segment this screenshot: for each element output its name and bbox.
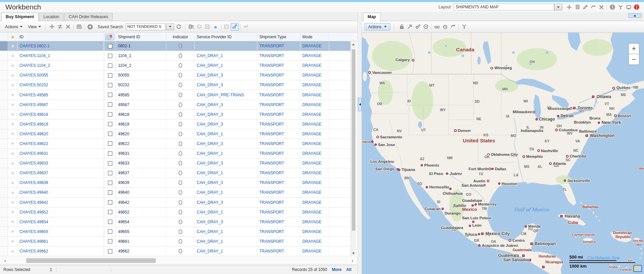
row-id-link[interactable]: CHAYES.49662 xyxy=(17,246,104,256)
row-check-cell[interactable] xyxy=(104,71,116,80)
horizontal-scroll-thumb[interactable] xyxy=(26,258,156,263)
row-selector[interactable] xyxy=(0,129,8,139)
glasses-icon-map[interactable] xyxy=(433,23,441,31)
row-service-provider-link[interactable]: CAH_DRAY_3 xyxy=(195,139,257,148)
scroll-right-icon[interactable]: › xyxy=(349,258,356,263)
row-selector[interactable] xyxy=(0,120,8,129)
row-star[interactable]: ★ xyxy=(8,129,17,139)
row-id-link[interactable]: CHAYES.49587 xyxy=(17,100,104,109)
row-id-link[interactable]: CHAYES.49640 xyxy=(17,188,104,197)
tab-map[interactable]: Map xyxy=(363,13,380,21)
row-checkbox[interactable] xyxy=(108,190,112,195)
table-row[interactable]: ★CHAYES.4965449654CAH_DRAY_3TRANSPORTDRA… xyxy=(0,217,350,227)
row-shipment-type-link[interactable]: TRANSPORT xyxy=(257,158,300,168)
table-row[interactable]: ★CHAYES.4958749587CAH_DRAY_3TRANSPORTDRA… xyxy=(0,100,350,110)
row-mode-link[interactable]: DRAYAGE xyxy=(300,80,329,90)
row-id-link[interactable]: CHAYES.49619 xyxy=(17,120,104,129)
row-id-link[interactable]: CHAYES.49585 xyxy=(17,90,104,99)
row-service-provider-link[interactable]: CAH_DRAY_1 xyxy=(195,208,257,217)
row-id-link[interactable]: CHAYES.49633 xyxy=(17,158,104,168)
row-check-cell[interactable] xyxy=(104,168,116,178)
delete-icon[interactable] xyxy=(597,3,605,11)
copy-icon[interactable] xyxy=(573,3,581,11)
row-id-link[interactable]: CHAYES.49639 xyxy=(17,178,104,187)
row-star[interactable]: ★ xyxy=(8,90,17,99)
row-star[interactable]: ★ xyxy=(8,227,17,236)
row-check-cell[interactable] xyxy=(104,246,116,256)
row-star[interactable]: ★ xyxy=(8,139,17,148)
map-actions-button[interactable]: Actions xyxy=(365,23,390,31)
show-on-map-button[interactable] xyxy=(105,34,114,40)
row-mode-link[interactable]: DRAYAGE xyxy=(300,178,329,187)
row-star-icon[interactable]: ★ xyxy=(11,122,15,127)
vertical-scrollbar[interactable] xyxy=(350,41,356,256)
row-star[interactable]: ★ xyxy=(8,61,17,70)
table-row[interactable]: ★CHAYES.4963949639CAH_DRAY_3TRANSPORTDRA… xyxy=(0,178,350,188)
row-star[interactable]: ★ xyxy=(8,51,17,60)
row-mode-link[interactable]: DRAYAGE xyxy=(300,100,329,109)
row-check-cell[interactable] xyxy=(104,41,116,51)
row-shipment-type-link[interactable]: TRANSPORT xyxy=(257,71,300,80)
history-icon-map[interactable] xyxy=(441,23,449,31)
collapse-panel-button[interactable] xyxy=(629,13,641,18)
row-selector[interactable] xyxy=(0,227,8,236)
row-selector[interactable] xyxy=(0,71,8,80)
row-star-icon[interactable]: ★ xyxy=(11,239,15,244)
row-star-icon[interactable]: ★ xyxy=(11,151,15,156)
row-service-provider-link[interactable]: CAH_DRAY_1 xyxy=(195,51,257,60)
row-checkbox[interactable] xyxy=(108,122,112,126)
row-checkbox[interactable] xyxy=(108,54,112,58)
table-row[interactable]: ★CHAYES.4962249622CAH_DRAY_3TRANSPORTDRA… xyxy=(0,139,350,149)
row-selector[interactable] xyxy=(0,110,8,119)
table-row[interactable]: ★CHAYES.4966149661CAH_DRAY_1TRANSPORTDRA… xyxy=(0,237,350,246)
scroll-left-icon[interactable]: ‹ xyxy=(1,258,9,263)
table-row[interactable]: ★CHAYES.4965549655CAH_DRAY_1TRANSPORTDRA… xyxy=(0,227,350,237)
actions-menu-button[interactable]: Actions xyxy=(3,24,25,30)
row-shipment-type-link[interactable]: TRANSPORT xyxy=(257,217,300,227)
gears-icon-map[interactable] xyxy=(414,23,422,31)
row-star-icon[interactable]: ★ xyxy=(11,53,15,58)
row-checkbox[interactable] xyxy=(108,151,112,156)
row-selector[interactable] xyxy=(0,90,8,99)
row-mode-link[interactable]: DRAYAGE xyxy=(300,158,329,168)
overview-map-icon[interactable] xyxy=(633,265,642,272)
row-shipment-type-link[interactable]: TRANSPORT xyxy=(257,198,300,207)
row-checkbox[interactable] xyxy=(108,200,112,204)
row-star-icon[interactable]: ★ xyxy=(11,112,15,117)
row-shipment-type-link[interactable]: TRANSPORT xyxy=(257,41,300,51)
row-service-provider-link[interactable]: CAH_DRAY_1 xyxy=(195,149,257,158)
layout-value[interactable]: SHIPMENTS AND MAP xyxy=(453,4,554,10)
row-star[interactable]: ★ xyxy=(8,237,17,246)
more-link[interactable]: More xyxy=(332,267,342,272)
column-header-indicator[interactable]: Indicator xyxy=(166,33,195,41)
row-shipment-type-link[interactable]: TRANSPORT xyxy=(257,149,300,158)
row-check-cell[interactable] xyxy=(104,178,116,187)
add-icon[interactable] xyxy=(565,3,573,11)
row-check-cell[interactable] xyxy=(104,100,116,109)
row-checkbox[interactable] xyxy=(108,102,112,107)
row-star-icon[interactable]: ★ xyxy=(11,210,15,215)
row-id-link[interactable]: CHAYES.50232 xyxy=(17,80,104,90)
row-star[interactable]: ★ xyxy=(8,100,17,109)
row-mode-link[interactable]: DRAYAGE xyxy=(300,61,329,70)
row-check-cell[interactable] xyxy=(104,149,116,158)
zoom-in-button[interactable]: + xyxy=(629,44,639,54)
go-icon[interactable] xyxy=(86,23,94,31)
row-star-icon[interactable]: ★ xyxy=(11,73,15,78)
row-id-link[interactable]: CHAYES.49642 xyxy=(17,198,104,207)
row-star-icon[interactable]: ★ xyxy=(11,63,15,68)
table-row[interactable]: ★CHAYES.4964049640CAH_DRAY_1TRANSPORTDRA… xyxy=(0,188,350,197)
row-shipment-type-link[interactable]: TRANSPORT xyxy=(257,208,300,217)
horizontal-scrollbar[interactable]: ‹ › xyxy=(0,256,357,265)
row-checkbox[interactable] xyxy=(108,229,112,234)
row-service-provider-link[interactable]: CAH_DRAY_3 xyxy=(195,71,257,80)
row-star[interactable]: ★ xyxy=(8,158,17,168)
table-row[interactable]: ★CHAYES.4963749637CAH_DRAY_1TRANSPORTDRA… xyxy=(0,168,350,178)
row-id-link[interactable]: CHAYES.49637 xyxy=(17,168,104,178)
table-row[interactable]: ★CHAYES.1104_21104_2CAH_DRAY_1TRANSPORTD… xyxy=(0,61,350,71)
row-check-cell[interactable] xyxy=(104,129,116,139)
row-shipment-type-link[interactable]: TRANSPORT xyxy=(257,129,300,139)
row-check-cell[interactable] xyxy=(104,51,116,60)
lock-icon-map[interactable] xyxy=(397,23,406,31)
row-checkbox[interactable] xyxy=(108,220,112,224)
